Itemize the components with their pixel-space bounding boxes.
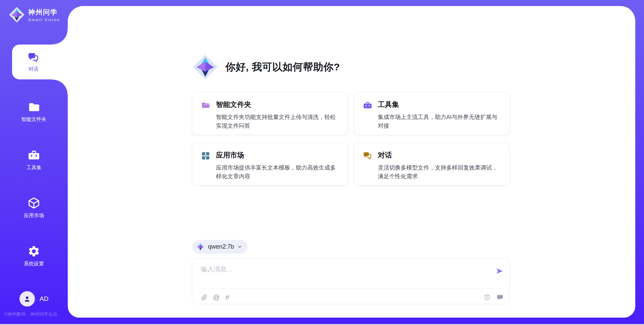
brand-logo-icon xyxy=(9,7,25,23)
composer-toolbar: @ # xyxy=(200,292,503,302)
greeting: 你好, 我可以如何帮助你? xyxy=(193,54,340,80)
card-chat[interactable]: 对话 灵活切换多模型文件，支持多样回复效果调试，满足个性化需求 xyxy=(354,143,510,186)
folder-icon xyxy=(28,101,40,113)
greeting-text: 你好, 我可以如何帮助你? xyxy=(225,60,340,74)
message-input[interactable] xyxy=(201,265,476,285)
sidebar-item-label: 系统设置 xyxy=(24,261,44,267)
brand-subtitle: Smart Vision xyxy=(28,18,60,22)
feature-cards: 智能文件夹 智能文件夹功能支持批量文件上传与清洗，轻松实现文件问答 工具集 集成… xyxy=(192,92,510,186)
send-icon[interactable] xyxy=(495,267,504,275)
sidebar-item-smart-folder[interactable]: 智能文件夹 xyxy=(0,101,68,123)
card-title: 工具集 xyxy=(378,100,501,109)
sidebar-item-label: 应用市场 xyxy=(24,212,44,219)
brand-name: 神州问学 xyxy=(28,8,60,17)
person-icon xyxy=(23,295,32,303)
card-description: 灵活切换多模型文件，支持多样回复效果调试，满足个性化需求 xyxy=(378,164,501,181)
sidebar-item-chat[interactable]: 对话 xyxy=(12,45,68,79)
sidebar: 神州问学 Smart Vision 对话 智能文件夹 工具集 应用市场 系统设置… xyxy=(0,0,68,325)
chevron-down-icon xyxy=(237,244,242,249)
sidebar-item-app-market[interactable]: 应用市场 xyxy=(0,197,68,219)
composer-divider xyxy=(199,288,504,289)
tab-scoop-bottom xyxy=(53,79,68,94)
sidebar-item-settings[interactable]: 系统设置 xyxy=(0,245,68,267)
tab-scoop-top xyxy=(53,29,68,45)
sidebar-item-toolset[interactable]: 工具集 xyxy=(0,149,68,171)
copyright-text: ©神州数码 · 神州问学出品 xyxy=(4,311,57,317)
sidebar-item-label: 对话 xyxy=(29,66,39,72)
model-selector[interactable]: qwen2:7b xyxy=(192,240,248,254)
grid-icon xyxy=(201,151,210,160)
card-description: 集成市场上主流工具，助力AI与外界无缝扩展与对接 xyxy=(378,113,501,130)
sidebar-item-label: 工具集 xyxy=(26,165,42,171)
gear-icon xyxy=(28,245,40,258)
hash-icon[interactable]: # xyxy=(225,294,229,301)
chat-icon xyxy=(28,52,40,64)
sidebar-item-label: 智能文件夹 xyxy=(21,116,47,123)
card-app-market[interactable]: 应用市场 应用市场提供丰富长文本模板，助力高效生成多样化文章内容 xyxy=(192,143,348,186)
briefcase-icon xyxy=(28,149,40,161)
card-title: 智能文件夹 xyxy=(216,100,339,109)
user-profile[interactable]: AD xyxy=(19,291,48,307)
folder-open-icon xyxy=(201,101,210,110)
model-name: qwen2:7b xyxy=(208,243,234,250)
brand: 神州问学 Smart Vision xyxy=(9,7,60,23)
app-logo-icon xyxy=(193,54,218,80)
chat-square-icon[interactable] xyxy=(496,294,503,301)
card-description: 智能文件夹功能支持批量文件上传与清洗，轻松实现文件问答 xyxy=(216,113,339,130)
cube-icon xyxy=(28,197,40,209)
card-title: 应用市场 xyxy=(216,150,339,160)
card-title: 对话 xyxy=(378,150,501,160)
history-icon[interactable] xyxy=(484,294,491,301)
briefcase-icon xyxy=(363,101,372,110)
chat-icon xyxy=(363,151,372,160)
card-smart-folder[interactable]: 智能文件夹 智能文件夹功能支持批量文件上传与清洗，轻松实现文件问答 xyxy=(192,92,348,135)
avatar xyxy=(19,291,35,307)
model-logo-icon xyxy=(196,242,205,251)
at-icon[interactable]: @ xyxy=(213,294,220,301)
main-content: 你好, 我可以如何帮助你? 智能文件夹 智能文件夹功能支持批量文件上传与清洗，轻… xyxy=(68,6,635,318)
user-name: AD xyxy=(40,295,48,303)
paperclip-icon[interactable] xyxy=(200,294,207,301)
card-description: 应用市场提供丰富长文本模板，助力高效生成多样化文章内容 xyxy=(216,164,339,181)
card-toolset[interactable]: 工具集 集成市场上主流工具，助力AI与外界无缝扩展与对接 xyxy=(354,92,510,135)
message-composer: @ # xyxy=(192,258,510,304)
